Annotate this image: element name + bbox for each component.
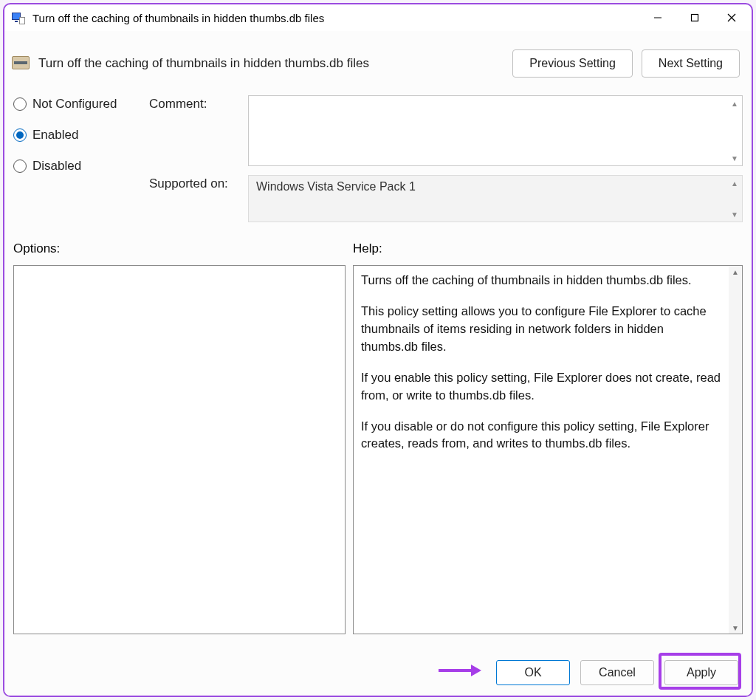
help-paragraph: Turns off the caching of thumbnails in h… (361, 272, 721, 289)
next-setting-button[interactable]: Next Setting (642, 49, 740, 78)
policy-dialog-window: Turn off the caching of thumbnails in hi… (3, 3, 753, 697)
cancel-button[interactable]: Cancel (580, 660, 654, 685)
comment-textarea[interactable]: ▲ ▼ (248, 95, 743, 166)
config-area: Not Configured Enabled Disabled Comment:… (7, 82, 749, 222)
policy-header: Turn off the caching of thumbnails in hi… (7, 31, 749, 82)
apply-button[interactable]: Apply (664, 660, 738, 685)
state-radio-group: Not Configured Enabled Disabled (13, 95, 146, 174)
radio-enabled[interactable]: Enabled (13, 128, 146, 143)
radio-icon (13, 128, 27, 142)
comment-label: Comment: (149, 95, 245, 111)
help-text: Turns off the caching of thumbnails in h… (354, 266, 729, 634)
policy-icon (12, 55, 30, 72)
annotation-arrow-icon (437, 663, 481, 678)
options-help-labels: Options: Help: (7, 222, 749, 261)
policy-title: Turn off the caching of thumbnails in hi… (38, 56, 369, 71)
scroll-up-icon[interactable]: ▲ (730, 99, 739, 108)
help-paragraph: This policy setting allows you to config… (361, 303, 721, 356)
titlebar: Turn off the caching of thumbnails in hi… (4, 4, 752, 31)
minimize-button[interactable] (639, 5, 676, 30)
options-panel (13, 265, 346, 634)
radio-not-configured[interactable]: Not Configured (13, 97, 146, 111)
help-panel: Turns off the caching of thumbnails in h… (353, 265, 743, 634)
dialog-content: Turn off the caching of thumbnails in hi… (4, 31, 752, 696)
maximize-button[interactable] (676, 5, 713, 30)
scroll-down-icon[interactable]: ▼ (729, 622, 742, 634)
scroll-up-icon[interactable]: ▲ (730, 179, 739, 188)
scroll-down-icon[interactable]: ▼ (730, 210, 739, 219)
supported-on-value: Windows Vista Service Pack 1 (256, 180, 416, 193)
dialog-button-row: OK Cancel Apply (7, 647, 749, 696)
previous-setting-button[interactable]: Previous Setting (512, 49, 633, 78)
svg-marker-5 (471, 665, 481, 676)
scroll-up-icon[interactable]: ▲ (729, 266, 742, 278)
options-label: Options: (13, 241, 346, 256)
options-help-panels: Turns off the caching of thumbnails in h… (7, 261, 749, 647)
radio-label: Disabled (32, 159, 81, 174)
help-paragraph: If you enable this policy setting, File … (361, 369, 721, 405)
radio-icon (13, 159, 27, 173)
radio-label: Not Configured (32, 97, 117, 111)
supported-on-box: Windows Vista Service Pack 1 ▲ ▼ (248, 175, 743, 222)
radio-icon (13, 97, 27, 111)
window-title: Turn off the caching of thumbnails in hi… (32, 12, 324, 24)
radio-disabled[interactable]: Disabled (13, 159, 146, 174)
help-paragraph: If you disable or do not configure this … (361, 418, 721, 453)
app-icon (12, 11, 25, 24)
ok-button[interactable]: OK (496, 660, 570, 685)
help-label: Help: (353, 241, 743, 256)
svg-rect-1 (692, 15, 698, 21)
supported-on-label: Supported on: (149, 175, 245, 191)
scroll-down-icon[interactable]: ▼ (730, 154, 739, 162)
close-button[interactable] (713, 5, 750, 30)
radio-label: Enabled (32, 128, 78, 143)
help-scrollbar[interactable]: ▲ ▼ (729, 266, 742, 634)
